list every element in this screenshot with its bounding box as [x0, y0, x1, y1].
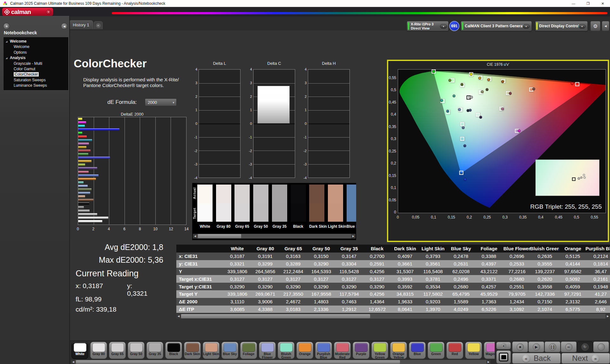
- back-button[interactable]: « Back: [512, 353, 561, 364]
- cie-measured-point: [440, 99, 443, 102]
- next-button[interactable]: Next »: [561, 353, 610, 364]
- scroll-right-icon[interactable]: ▶: [606, 314, 610, 319]
- table-cell: 116,5428: [335, 268, 363, 275]
- tree-expander-icon[interactable]: ◢: [6, 39, 7, 44]
- tree-item-analysis[interactable]: ◢Analysis: [3, 55, 68, 61]
- workflow-tree: ◢WelcomeWelcomeOptions◢AnalysisGrayscale…: [3, 37, 69, 91]
- patch-button-yellow-green[interactable]: Yellow Green: [371, 342, 388, 359]
- table-cell: 0,3290: [307, 283, 335, 290]
- gridline: [199, 83, 240, 84]
- brand-bar: calman ▼: [0, 7, 610, 17]
- cie-diagram-panel[interactable]: CIE 1976 u'v' 00,050,10,150,20,250,30,35…: [387, 60, 609, 242]
- scroll-left-icon[interactable]: ◀: [193, 234, 197, 239]
- settings-button[interactable]: ⚙: [590, 21, 600, 31]
- y-tick-label: 0,3: [391, 137, 396, 141]
- patch-button-blue-sky[interactable]: Blue Sky: [221, 342, 238, 359]
- pattern-range-button[interactable]: [·]: [545, 341, 560, 352]
- scrollbar-thumb[interactable]: [198, 234, 241, 238]
- add-tab-button[interactable]: +: [94, 21, 103, 29]
- blank-button[interactable]: [593, 341, 609, 352]
- patch-button-orange[interactable]: Orange: [296, 342, 313, 359]
- scrollbar-thumb[interactable]: [76, 360, 400, 364]
- exposure-badge[interactable]: 691: [449, 21, 459, 31]
- pattern-window-button[interactable]: [496, 350, 511, 364]
- display-control-selector[interactable]: Direct Display Control ▼: [535, 21, 588, 31]
- de-formula-select[interactable]: 2000 ▼: [145, 98, 177, 106]
- y-tick-label: 0: [246, 122, 252, 125]
- patch-button-bluish-green[interactable]: Bluish Green: [278, 342, 295, 359]
- scroll-left-icon[interactable]: ◀: [176, 314, 181, 319]
- stop-button[interactable]: ■: [512, 341, 528, 352]
- chevron-down-icon[interactable]: ▼: [440, 24, 447, 29]
- tree-item-welcome[interactable]: ◢Welcome: [3, 39, 68, 44]
- cie-measured-point: [432, 70, 435, 73]
- pattern-window-raise-button[interactable]: ▲: [496, 342, 511, 349]
- table-cell: 0,3290: [335, 283, 363, 290]
- table-scrollbar[interactable]: ◀ ▶: [176, 314, 610, 319]
- patch-button-moderate-red[interactable]: Moderate Red: [334, 342, 351, 359]
- patch-button-orange-yellow[interactable]: Orange Yellow: [390, 342, 407, 359]
- swatch-strip-scrollbar[interactable]: ◀ ▶: [193, 234, 356, 239]
- calman-menu-button[interactable]: calman ▼: [2, 8, 53, 16]
- table-cell: 0,2696: [503, 253, 531, 260]
- y-tick-label: 1: [301, 108, 307, 112]
- patch-button-white[interactable]: White: [71, 342, 88, 359]
- sidebar-collapse-button[interactable]: ◀: [61, 23, 68, 30]
- chevron-down-icon[interactable]: ▼: [46, 10, 51, 15]
- cie-measured-point: [501, 80, 504, 83]
- tree-item-color-gamut[interactable]: Color Gamut: [3, 66, 68, 72]
- patch-button-gray-50[interactable]: Gray 50: [128, 342, 145, 359]
- refresh-button[interactable]: ↻: [577, 341, 593, 352]
- tree-item-luminance-sweeps[interactable]: Luminance Sweeps: [3, 83, 68, 88]
- scrollbar-thumb[interactable]: [181, 314, 370, 318]
- patch-color-chip: [467, 343, 480, 352]
- scroll-right-icon[interactable]: ▶: [486, 360, 491, 364]
- chevron-down-icon[interactable]: ▼: [579, 24, 586, 29]
- tree-item-saturation-sweeps[interactable]: Saturation Sweeps: [3, 78, 68, 83]
- meter-mode: Direct View: [411, 26, 434, 30]
- tree-expander-icon[interactable]: ◢: [6, 55, 7, 61]
- scroll-left-icon[interactable]: ◀: [71, 360, 75, 364]
- patch-button-green[interactable]: Green: [428, 342, 444, 359]
- patch-button-purplish-blue[interactable]: Purplish Blue: [315, 342, 332, 359]
- loop-button[interactable]: ∞: [561, 341, 577, 352]
- panel-collapse-button[interactable]: ◀: [602, 21, 609, 31]
- cie-measured-point: [509, 92, 512, 95]
- patch-button-blue[interactable]: Blue: [409, 342, 426, 359]
- patch-button-dark-skin[interactable]: Dark Skin: [184, 342, 201, 359]
- patch-button-black[interactable]: Black: [165, 342, 182, 359]
- pattern-generator-selector[interactable]: CalMAN Client 3 Pattern Generator ▼: [461, 21, 532, 31]
- patch-button-purple[interactable]: Purple: [353, 342, 369, 359]
- bar-gray-50: [78, 210, 90, 212]
- meter-selector[interactable]: X-Rite i1Pro 3 Direct View ▼: [407, 21, 449, 31]
- play-button[interactable]: ▶: [528, 341, 544, 352]
- workflow-options-button[interactable]: [3, 23, 10, 30]
- tree-item-colorchecker[interactable]: ColorChecker: [3, 72, 68, 77]
- pattern-window-icon: [499, 353, 508, 361]
- patch-button-gray-65[interactable]: Gray 65: [109, 342, 126, 359]
- y-tick-label: -2: [301, 149, 307, 153]
- patch-row-scrollbar[interactable]: ◀ ▶: [71, 360, 491, 364]
- tree-item-welcome[interactable]: Welcome: [3, 44, 68, 50]
- close-button[interactable]: ✕: [595, 0, 610, 7]
- patch-button-light-skin[interactable]: Light Skin: [203, 342, 220, 359]
- table-cell: 0,3127: [223, 275, 251, 283]
- patch-button-yellow[interactable]: Yellow: [465, 342, 482, 359]
- scroll-right-icon[interactable]: ▶: [351, 234, 356, 239]
- y-tick-label: -2: [246, 149, 252, 153]
- patch-button-blue-flower[interactable]: Blue Flower: [259, 342, 276, 359]
- patch-button-gray-35[interactable]: Gray 35: [146, 342, 163, 359]
- patch-button-red[interactable]: Red: [446, 342, 463, 359]
- patch-button-magenta[interactable]: Magenta: [484, 342, 495, 359]
- tree-item-grayscale-multi[interactable]: Grayscale - Multi: [3, 61, 68, 66]
- chevron-down-icon[interactable]: ▼: [523, 24, 530, 29]
- tree-item-options[interactable]: Options: [3, 50, 68, 55]
- minimize-button[interactable]: —: [566, 0, 581, 7]
- patch-button-gray-80[interactable]: Gray 80: [90, 342, 107, 359]
- chart-title: Delta C: [253, 61, 295, 66]
- tab-history-1[interactable]: History 1: [69, 20, 93, 29]
- patch-button-foliage[interactable]: Foliage: [240, 342, 257, 359]
- x-tick-label: 0,05: [412, 215, 419, 219]
- restore-button[interactable]: ❐: [581, 0, 595, 7]
- y-tick-label: 0: [301, 122, 307, 125]
